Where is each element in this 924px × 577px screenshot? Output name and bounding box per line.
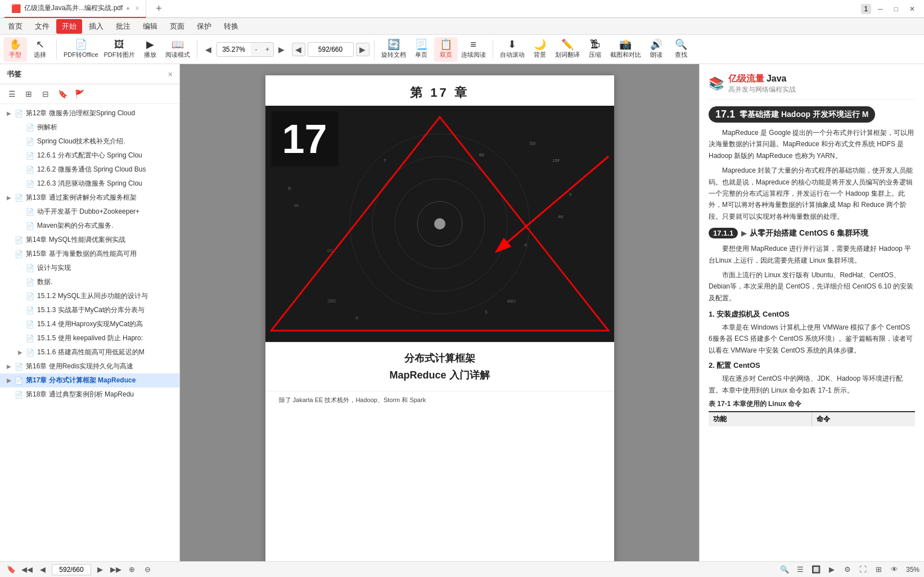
tree-item-ch16[interactable]: ▶ 📄 第16章 使用Redis实现持久化与高速	[0, 359, 179, 373]
status-settings-icon[interactable]: ⚙	[841, 564, 854, 576]
next-page-button[interactable]: ▶	[275, 43, 289, 56]
menu-annotate[interactable]: 批注	[110, 19, 136, 34]
tree-item-springcloud-tech[interactable]: 📄 Spring Cloud技术栈补充介绍.	[0, 134, 179, 148]
remove-page-btn[interactable]: ⊖	[141, 564, 154, 576]
tree-item-1514[interactable]: 📄 15.1.4 使用Haproxy实现MyCat的高	[0, 317, 179, 331]
tree-item-ch14[interactable]: 📄 第14章 MySQL性能调优案例实战	[0, 233, 179, 247]
table-col-func: 功能	[709, 412, 812, 426]
pdf-to-office-button[interactable]: 📄 PDF转Office	[61, 37, 101, 62]
compress-label: 压缩	[589, 51, 601, 59]
menu-edit[interactable]: 编辑	[137, 19, 163, 34]
status-fullscreen-icon[interactable]: ⛶	[857, 564, 870, 576]
next-page-status-btn[interactable]: ▶	[93, 564, 107, 576]
prev-page-button[interactable]: ◀	[202, 43, 215, 56]
tree-item-maven[interactable]: 📄 Maven架构的分布式服务.	[0, 219, 179, 233]
tree-item-ch17[interactable]: ▶ 📄 第17章 分布式计算框架 MapReduce	[0, 373, 179, 387]
bookmark-status-icon[interactable]: 🔖	[4, 564, 18, 576]
main-layout: 书签 × ☰ ⊞ ⊟ 🔖 🚩 ▶ 📄 第12章 微服务治理框架Spring Cl…	[0, 64, 924, 561]
background-button[interactable]: 🌙 背景	[528, 37, 552, 62]
zoom-in-button[interactable]: +	[262, 43, 273, 56]
menu-page[interactable]: 页面	[164, 19, 190, 34]
zoom-out-button[interactable]: -	[251, 43, 262, 56]
tree-item-1261[interactable]: 📄 12.6.1 分布式配置中心 Spring Clou	[0, 148, 179, 163]
tree-item-1263[interactable]: 📄 12.6.3 消息驱动微服务 Spring Clou	[0, 177, 179, 191]
hand-tool-button[interactable]: ✋ 手型	[3, 37, 27, 62]
menu-file[interactable]: 文件	[29, 19, 55, 34]
tree-item-ch15[interactable]: 📄 第15章 基于海量数据的高性能高可用	[0, 247, 179, 261]
menu-insert[interactable]: 插入	[83, 19, 109, 34]
continuous-button[interactable]: ≡ 连续阅读	[459, 37, 488, 62]
prev-page-btn2[interactable]: ◀	[292, 43, 305, 56]
select-tool-button[interactable]: ↖ 选择	[28, 37, 52, 62]
tree-item-ch18[interactable]: 📄 第18章 通过典型案例剖析 MapRedu	[0, 387, 179, 402]
auto-scroll-button[interactable]: ⬇ 自动滚动	[498, 37, 527, 62]
word-translate-button[interactable]: ✏️ 划词翻译	[553, 37, 582, 62]
tree-item-1512[interactable]: 📄 15.1.2 MySQL主从同步功能的设计与	[0, 289, 179, 303]
tree-item-ch13[interactable]: ▶ 📄 第13章 通过案例讲解分布式服务框架	[0, 191, 179, 205]
tab-close[interactable]: ×	[135, 4, 139, 12]
status-page-input[interactable]	[52, 564, 91, 575]
tree-item-dubbo[interactable]: 📄 动手开发基于 Dubbo+Zookeeper+	[0, 205, 179, 219]
bookmark-collapse-icon[interactable]: ⊟	[38, 87, 53, 101]
tree-item-example[interactable]: 📄 例解析	[0, 120, 179, 134]
tree-item-1515[interactable]: 📄 15.1.5 使用 keepalived 防止 Hapro:	[0, 331, 179, 345]
read-aloud-button[interactable]: 🔊 朗读	[644, 37, 668, 62]
max-button[interactable]: □	[890, 5, 903, 13]
pdf-to-image-button[interactable]: 🖼 PDF转图片	[102, 37, 137, 62]
next-page-btn2[interactable]: ▶	[356, 43, 369, 56]
page-footer: 除了 Jakarta EE 技术栈外，Hadoop、Storm 和 Spark	[265, 391, 614, 409]
screenshot-compare-button[interactable]: 📸 截图和对比	[608, 37, 643, 62]
bookmark-star-icon[interactable]: 🔖	[55, 87, 70, 101]
prev-status-btn[interactable]: ◀◀	[20, 564, 34, 576]
1515-icon: 📄	[26, 335, 35, 342]
search-button[interactable]: 🔍 查找	[669, 37, 693, 62]
bookmark-flag-icon[interactable]: 🚩	[72, 87, 87, 101]
status-view-icon[interactable]: 👁	[888, 564, 902, 576]
play-section-icon[interactable]: ▶	[741, 229, 746, 237]
bookmark-list-icon[interactable]: ☰	[4, 87, 19, 101]
rotate-button[interactable]: 🔄 旋转文档	[379, 37, 408, 62]
compress-button[interactable]: 🗜 压缩	[583, 37, 607, 62]
titlebar: 🟥 亿级流量Java高并...编程实战.pdf ● × + 1 ─ □ ✕	[0, 0, 924, 18]
tree-item-1516[interactable]: ▶ 📄 15.1.6 搭建高性能高可用低延迟的M	[0, 345, 179, 359]
double-page-button[interactable]: 📋 双页	[434, 37, 458, 62]
menu-home[interactable]: 首页	[2, 19, 28, 34]
statusbar: 🔖 ◀◀ ◀ ▶ ▶▶ ⊕ ⊖ 🔍 ☰ 🔲 ▶ ⚙ ⛶ ⊞ 👁 35%	[0, 561, 924, 577]
status-grid-icon[interactable]: ⊞	[872, 564, 886, 576]
read-mode-button[interactable]: 📖 阅读模式	[163, 37, 192, 62]
background-icon: 🌙	[534, 39, 546, 49]
1512-label: 15.1.2 MySQL主从同步功能的设计与	[37, 291, 175, 301]
status-zoom-icon1[interactable]: 🔍	[778, 564, 791, 576]
ch18-label: 第18章 通过典型案例剖析 MapRedu	[26, 390, 175, 399]
menu-protect[interactable]: 保护	[191, 19, 217, 34]
tree-item-1262[interactable]: 📄 12.6.2 微服务通信 Spring Cloud Bus	[0, 163, 179, 177]
tree-item-design[interactable]: 📄 设计与实现	[0, 261, 179, 275]
example-label: 例解析	[37, 123, 175, 132]
pdf-tab[interactable]: 🟥 亿级流量Java高并...编程实战.pdf ● ×	[4, 0, 146, 18]
add-page-btn[interactable]: ⊕	[125, 564, 138, 576]
status-zoom-icon2[interactable]: 🔲	[809, 564, 823, 576]
status-play-icon[interactable]: ▶	[825, 564, 839, 576]
prev-page-status-btn[interactable]: ◀	[36, 564, 49, 576]
next-status-btn[interactable]: ▶▶	[109, 564, 123, 576]
single-page-button[interactable]: 📃 单页	[409, 37, 433, 62]
tree-item-1513[interactable]: 📄 15.1.3 实战基于MyCat的分库分表与	[0, 303, 179, 317]
sidebar-title: 书签	[7, 69, 21, 79]
1515-label: 15.1.5 使用 keepalived 防止 Hapro:	[37, 333, 175, 343]
min-button[interactable]: ─	[873, 5, 887, 13]
page-number-input[interactable]	[308, 46, 353, 53]
tree-item-ch12[interactable]: ▶ 📄 第12章 微服务治理框架Spring Cloud	[0, 106, 179, 120]
sidebar-close-button[interactable]: ×	[168, 70, 173, 79]
menu-convert[interactable]: 转换	[218, 19, 244, 34]
tree-item-data[interactable]: 📄 数据.	[0, 275, 179, 289]
close-button[interactable]: ✕	[905, 5, 920, 13]
chapter-subtitle2: MapReduce 入门详解	[279, 368, 601, 382]
menu-start[interactable]: 开始	[56, 19, 82, 34]
chapter-subtitle1: 分布式计算框架	[279, 351, 601, 365]
zoom-input[interactable]	[217, 46, 251, 53]
status-list-icon[interactable]: ☰	[794, 564, 807, 576]
add-tab-button[interactable]: +	[151, 1, 166, 17]
bookmark-add-icon[interactable]: ⊞	[21, 87, 36, 101]
ch15-label: 第15章 基于海量数据的高性能高可用	[26, 249, 175, 259]
play-button[interactable]: ▶ 播放	[138, 37, 162, 62]
